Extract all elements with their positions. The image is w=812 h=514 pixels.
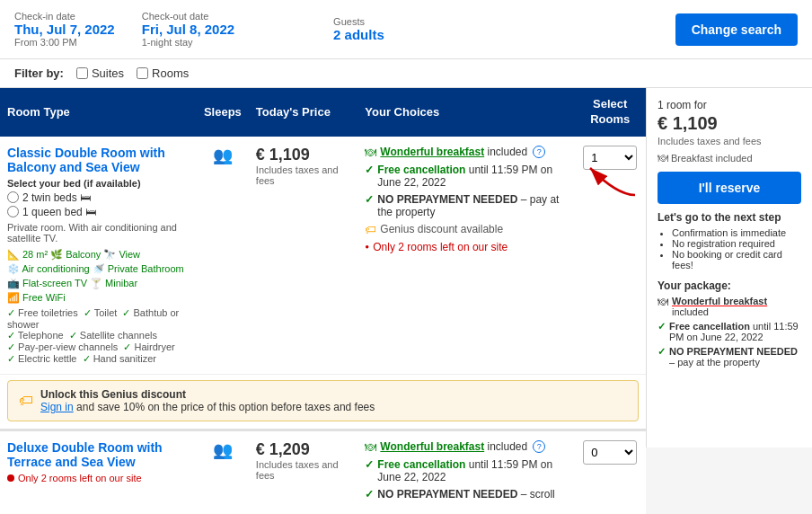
tag-icon: 🏷 bbox=[365, 223, 376, 236]
room1-select-cell: 0 1 2 3 4 5 bbox=[574, 137, 646, 375]
sidebar-breakfast: 🍽 Breakfast included bbox=[658, 152, 801, 164]
rooms-filter[interactable]: Rooms bbox=[137, 66, 189, 80]
genius-subtext: and save 10% on the price of this option… bbox=[76, 401, 375, 413]
your-package-title: Your package: bbox=[658, 279, 801, 292]
col-price: Today's Price bbox=[249, 88, 358, 137]
room2-choice-breakfast: 🍽 Wonderful breakfast included ? bbox=[365, 440, 567, 454]
room2-info-cell: Deluxe Double Room with Terrace and Sea … bbox=[0, 430, 197, 514]
package-cancel: ✓ Free cancellation until 11:59 PM on Ju… bbox=[658, 321, 801, 342]
genius-banner-cell: 🏷 Unlock this Genius discount Sign in an… bbox=[0, 374, 646, 430]
checkout-day: Fri, Jul 8, 2022 bbox=[142, 22, 234, 37]
room2-price: € 1,209 bbox=[256, 440, 351, 459]
col-choices: Your Choices bbox=[357, 88, 574, 137]
next-steps-list: Confirmation is immediate No registratio… bbox=[658, 227, 801, 270]
room2-price-cell: € 1,209 Includes taxes and fees bbox=[249, 430, 358, 514]
col-sleeps: Sleeps bbox=[197, 88, 249, 137]
checkout-group: Check-out date Fri, Jul 8, 2022 1-night … bbox=[142, 11, 234, 48]
room2-choice-cancel: ✓ Free cancellation until 11:59 PM on Ju… bbox=[365, 458, 567, 483]
reserve-button[interactable]: I'll reserve bbox=[658, 172, 801, 204]
top-bar: Check-in date Thu, Jul 7, 2022 From 3:00… bbox=[0, 0, 812, 59]
room1-desc: Private room. With air conditioning and … bbox=[7, 222, 190, 244]
filter-label: Filter by: bbox=[14, 66, 64, 80]
checkin-label: Check-in date bbox=[14, 11, 115, 22]
queen-bed-option[interactable]: 1 queen bed 🛏 bbox=[7, 206, 190, 218]
room1-price: € 1,109 bbox=[256, 146, 351, 164]
main-content: Room Type Sleeps Today's Price Your Choi… bbox=[0, 88, 812, 514]
room2-choices-cell: 🍽 Wonderful breakfast included ? ✓ Free … bbox=[357, 430, 574, 514]
sidebar: 1 room for € 1,109 Includes taxes and fe… bbox=[646, 88, 812, 448]
sidebar-for-rooms: 1 room for bbox=[658, 99, 801, 111]
suites-filter[interactable]: Suites bbox=[76, 66, 124, 80]
checkout-label: Check-out date bbox=[142, 11, 234, 22]
pkg-breakfast-icon: 🍽 bbox=[658, 296, 668, 308]
rooms-checkbox[interactable] bbox=[137, 67, 148, 79]
checkout-sub: 1-night stay bbox=[142, 37, 234, 48]
change-search-button[interactable]: Change search bbox=[675, 13, 798, 46]
breakfast-icon2: 🍽 bbox=[365, 440, 376, 454]
room1-main-row: Classic Double Room with Balcony and Sea… bbox=[0, 137, 646, 375]
next-step-3: No booking or credit card fees! bbox=[672, 249, 801, 270]
room1-sleeps-cell: 👥 bbox=[197, 137, 249, 375]
room2-price-sub: Includes taxes and fees bbox=[256, 459, 351, 481]
room1-amenities: 📐28 m² 🌿 Balcony 🔭 View ❄️ Air condition… bbox=[7, 249, 190, 304]
room1-choice-genius: 🏷 Genius discount available bbox=[365, 223, 567, 236]
col-select: Select Rooms bbox=[574, 88, 646, 137]
next-step-1: Confirmation is immediate bbox=[672, 227, 801, 238]
room1-price-cell: € 1,109 Includes taxes and fees bbox=[249, 137, 358, 375]
room1-choices-cell: 🍽 Wonderful breakfast included ? ✓ Free … bbox=[357, 137, 574, 375]
room1-name-link[interactable]: Classic Double Room with Balcony and Sea… bbox=[7, 146, 190, 174]
room2-sleeps-cell: 👥 bbox=[197, 430, 249, 514]
room1-choice-alert: ● Only 2 rooms left on our site bbox=[365, 241, 567, 253]
next-step-2: No registration required bbox=[672, 238, 801, 249]
sidebar-price: € 1,109 bbox=[658, 113, 801, 134]
table-header: Room Type Sleeps Today's Price Your Choi… bbox=[0, 88, 646, 137]
sidebar-breakfast-text: Breakfast included bbox=[671, 153, 753, 164]
room1-choice-breakfast: 🍽 Wonderful breakfast included ? bbox=[365, 146, 567, 159]
suites-checkbox[interactable] bbox=[76, 67, 88, 79]
room2-name-link[interactable]: Deluxe Double Room with Terrace and Sea … bbox=[7, 440, 190, 469]
twin-beds-option[interactable]: 2 twin beds 🛏 bbox=[7, 191, 190, 204]
breakfast-icon: 🍽 bbox=[365, 146, 376, 159]
room1-info-cell: Classic Double Room with Balcony and Sea… bbox=[0, 137, 197, 375]
guests-group: Guests 2 adults bbox=[333, 16, 384, 42]
table-area: Room Type Sleeps Today's Price Your Choi… bbox=[0, 88, 646, 514]
genius-tag-icon: 🏷 bbox=[19, 393, 33, 409]
dot-icon: ● bbox=[365, 243, 369, 251]
red-dot-icon bbox=[7, 474, 14, 482]
room1-select[interactable]: 0 1 2 3 4 5 bbox=[583, 146, 637, 170]
pkg-check-icon2: ✓ bbox=[658, 346, 666, 358]
suites-label: Suites bbox=[92, 66, 124, 80]
col-room-type: Room Type bbox=[0, 88, 197, 137]
check-icon: ✓ bbox=[365, 164, 374, 176]
checkin-sub: From 3:00 PM bbox=[14, 37, 115, 48]
genius-signin-link[interactable]: Sign in bbox=[40, 401, 74, 413]
guests-value: 2 adults bbox=[333, 27, 384, 42]
sidebar-breakfast-icon: 🍽 bbox=[658, 152, 668, 164]
bed-select-label: Select your bed (if available) bbox=[7, 178, 190, 189]
genius-banner-row: 🏷 Unlock this Genius discount Sign in an… bbox=[0, 374, 646, 430]
room1-price-sub: Includes taxes and fees bbox=[256, 164, 351, 186]
genius-title: Unlock this Genius discount bbox=[40, 388, 186, 401]
next-step-title: Let's go to the next step bbox=[658, 211, 801, 224]
info-icon[interactable]: ? bbox=[533, 146, 545, 158]
filter-bar: Filter by: Suites Rooms bbox=[0, 59, 812, 88]
room2-select-cell: 0 1 2 3 4 5 bbox=[574, 430, 646, 514]
room2-only-left: Only 2 rooms left on our site bbox=[7, 473, 190, 483]
check-icon2: ✓ bbox=[365, 193, 374, 206]
sidebar-price-note: Includes taxes and fees bbox=[658, 136, 801, 146]
room1-choice-prepay: ✓ NO PREPAYMENT NEEDED – pay at the prop… bbox=[365, 193, 567, 218]
package-breakfast: 🍽 Wonderful breakfast included bbox=[658, 296, 801, 317]
rooms-label: Rooms bbox=[152, 66, 189, 80]
guests-label: Guests bbox=[333, 16, 384, 27]
genius-banner: 🏷 Unlock this Genius discount Sign in an… bbox=[7, 380, 639, 421]
pkg-check-icon: ✓ bbox=[658, 321, 666, 332]
room1-choice-cancel: ✓ Free cancellation until 11:59 PM on Ju… bbox=[365, 164, 567, 189]
checkin-group: Check-in date Thu, Jul 7, 2022 From 3:00… bbox=[14, 11, 115, 48]
info-icon2[interactable]: ? bbox=[533, 440, 545, 453]
package-prepay: ✓ NO PREPAYMENT NEEDED – pay at the prop… bbox=[658, 346, 801, 368]
room2-select[interactable]: 0 1 2 3 4 5 bbox=[583, 440, 637, 465]
room2-choice-prepay: ✓ NO PREPAYMENT NEEDED – scroll bbox=[365, 488, 567, 501]
checkin-day: Thu, Jul 7, 2022 bbox=[14, 22, 115, 37]
room1-features: ✓ Free toiletries ✓ Toilet ✓ Bathtub or … bbox=[7, 307, 190, 365]
room2-main-row: Deluxe Double Room with Terrace and Sea … bbox=[0, 430, 646, 514]
